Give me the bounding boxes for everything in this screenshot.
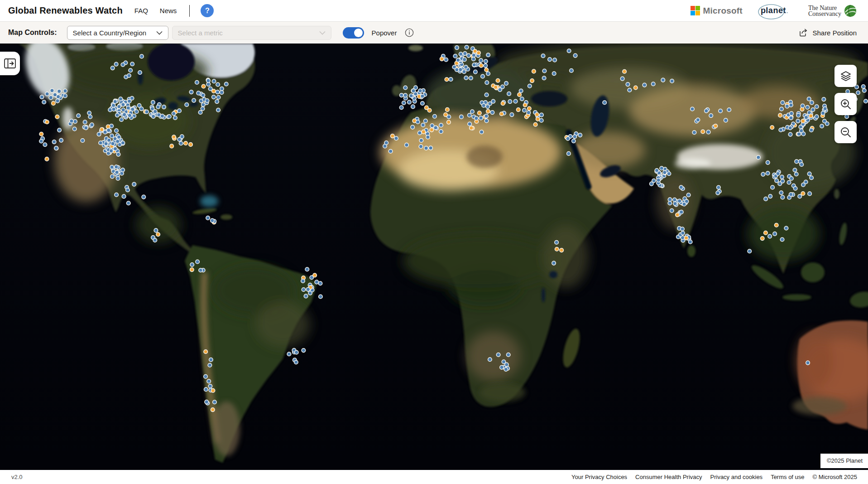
map-marker[interactable] bbox=[498, 88, 502, 92]
map-marker[interactable] bbox=[126, 106, 130, 110]
map-marker[interactable] bbox=[306, 287, 310, 291]
map-marker[interactable] bbox=[111, 142, 115, 146]
map-marker[interactable] bbox=[809, 114, 813, 118]
map-marker[interactable] bbox=[121, 168, 125, 172]
map-marker[interactable] bbox=[770, 126, 774, 130]
map-marker[interactable] bbox=[504, 82, 508, 86]
map-marker[interactable] bbox=[170, 144, 174, 148]
nav-faq[interactable]: FAQ bbox=[134, 7, 148, 15]
map-marker[interactable] bbox=[768, 234, 772, 238]
map-marker[interactable] bbox=[486, 72, 490, 76]
map-marker[interactable] bbox=[409, 94, 413, 98]
map-marker[interactable] bbox=[801, 119, 805, 123]
map-marker[interactable] bbox=[109, 149, 113, 153]
country-region-dropdown[interactable]: Select a Country/Region bbox=[67, 26, 168, 40]
map-marker[interactable] bbox=[472, 63, 476, 67]
map-marker[interactable] bbox=[467, 53, 471, 58]
map-marker[interactable] bbox=[126, 201, 130, 205]
map-marker[interactable] bbox=[301, 279, 305, 283]
map-marker[interactable] bbox=[173, 116, 177, 120]
map-marker[interactable] bbox=[484, 63, 488, 68]
map-marker[interactable] bbox=[626, 82, 630, 87]
map-marker[interactable] bbox=[399, 93, 403, 97]
map-marker[interactable] bbox=[294, 360, 298, 364]
map-marker[interactable] bbox=[212, 79, 216, 83]
map-marker[interactable] bbox=[117, 135, 121, 139]
map-marker[interactable] bbox=[643, 83, 647, 87]
map-marker[interactable] bbox=[121, 141, 125, 145]
map-marker[interactable] bbox=[504, 368, 508, 372]
map-marker[interactable] bbox=[475, 116, 479, 121]
map-marker[interactable] bbox=[673, 202, 677, 206]
map-marker[interactable] bbox=[810, 101, 814, 105]
map-marker[interactable] bbox=[130, 96, 134, 100]
map-marker[interactable] bbox=[447, 120, 451, 124]
map-marker[interactable] bbox=[444, 113, 448, 117]
map-marker[interactable] bbox=[676, 213, 680, 217]
map-marker[interactable] bbox=[156, 232, 160, 237]
map-marker[interactable] bbox=[224, 82, 228, 86]
map-marker[interactable] bbox=[518, 93, 522, 97]
map-marker[interactable] bbox=[482, 104, 486, 108]
map-marker[interactable] bbox=[488, 102, 492, 106]
map-marker[interactable] bbox=[784, 226, 788, 230]
map-marker[interactable] bbox=[821, 111, 825, 115]
map-marker[interactable] bbox=[478, 111, 482, 115]
map-marker[interactable] bbox=[748, 249, 752, 253]
map-marker[interactable] bbox=[716, 191, 720, 195]
map-marker[interactable] bbox=[185, 103, 189, 107]
map-marker[interactable] bbox=[189, 143, 193, 147]
map-marker[interactable] bbox=[464, 65, 468, 69]
map-marker[interactable] bbox=[768, 194, 772, 198]
map-marker[interactable] bbox=[798, 194, 802, 198]
map-marker[interactable] bbox=[116, 176, 120, 180]
map-marker[interactable] bbox=[87, 111, 91, 115]
map-marker[interactable] bbox=[403, 93, 408, 97]
map-marker[interactable] bbox=[459, 68, 463, 72]
map-marker[interactable] bbox=[523, 108, 527, 112]
map-marker[interactable] bbox=[578, 133, 582, 137]
map-marker[interactable] bbox=[113, 100, 117, 104]
map-marker[interactable] bbox=[100, 128, 104, 132]
map-marker[interactable] bbox=[43, 143, 47, 147]
map-marker[interactable] bbox=[190, 263, 194, 267]
map-marker[interactable] bbox=[795, 160, 799, 164]
map-marker[interactable] bbox=[773, 232, 777, 236]
map-marker[interactable] bbox=[418, 131, 422, 135]
map-marker[interactable] bbox=[63, 94, 67, 98]
map-marker[interactable] bbox=[527, 111, 531, 115]
map-marker[interactable] bbox=[863, 88, 867, 92]
map-marker[interactable] bbox=[391, 134, 395, 138]
map-marker[interactable] bbox=[45, 157, 49, 161]
map-marker[interactable] bbox=[114, 62, 118, 66]
map-marker[interactable] bbox=[793, 168, 797, 172]
map-marker[interactable] bbox=[388, 150, 393, 154]
map-marker[interactable] bbox=[55, 115, 59, 119]
map-marker[interactable] bbox=[405, 143, 409, 147]
map-marker[interactable] bbox=[520, 97, 524, 101]
map-marker[interactable] bbox=[634, 86, 638, 90]
footer-link-privacy-choices[interactable]: Your Privacy Choices bbox=[571, 474, 627, 480]
map-marker[interactable] bbox=[121, 63, 125, 67]
map-marker[interactable] bbox=[73, 120, 77, 124]
map-marker[interactable] bbox=[446, 108, 450, 112]
map-marker[interactable] bbox=[778, 113, 782, 117]
map-marker[interactable] bbox=[701, 130, 705, 134]
map-marker[interactable] bbox=[50, 89, 54, 93]
map-marker[interactable] bbox=[573, 135, 577, 139]
map-marker[interactable] bbox=[667, 172, 671, 176]
map-marker[interactable] bbox=[479, 116, 483, 120]
map-marker[interactable] bbox=[484, 119, 489, 123]
map-marker[interactable] bbox=[456, 58, 460, 62]
map-marker[interactable] bbox=[201, 107, 205, 111]
map-marker[interactable] bbox=[204, 375, 208, 379]
map-marker[interactable] bbox=[39, 139, 43, 143]
map-marker[interactable] bbox=[484, 59, 488, 63]
map-marker[interactable] bbox=[486, 53, 490, 57]
map-marker[interactable] bbox=[302, 348, 306, 353]
map-marker[interactable] bbox=[555, 241, 559, 245]
map-marker[interactable] bbox=[427, 108, 432, 112]
map-marker[interactable] bbox=[302, 288, 306, 292]
map-marker[interactable] bbox=[113, 147, 117, 151]
map-marker[interactable] bbox=[794, 172, 798, 176]
